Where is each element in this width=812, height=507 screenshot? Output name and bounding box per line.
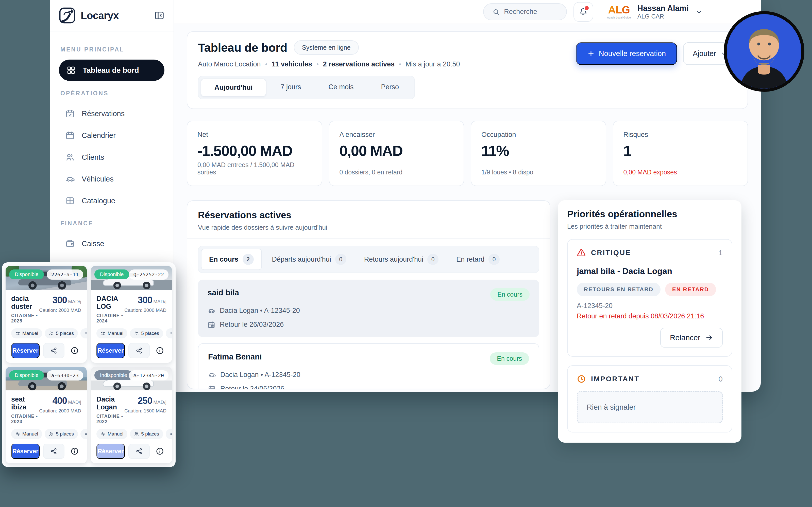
- vehicle-name: DACIA LOG: [96, 295, 124, 311]
- stat-subtext-alert: 0,00 MAD exposes: [623, 169, 738, 176]
- empty-state: Rien à signaler: [577, 391, 723, 424]
- dashboard-content: Tableau de bord Systeme en ligne Auto Ma…: [174, 24, 761, 443]
- reserve-button[interactable]: Réserver: [11, 343, 40, 358]
- new-reservation-button[interactable]: Nouvelle reservation: [576, 42, 677, 65]
- user-name: Hassan Alami: [638, 4, 689, 13]
- availability-badge: Indisponible: [94, 371, 133, 380]
- tab-retours-aujourdhui[interactable]: Retours aujourd'hui 0: [357, 249, 446, 270]
- locaryx-logo-icon: [59, 7, 75, 24]
- sidebar-item-reservations[interactable]: Réservations: [59, 103, 164, 124]
- vehicle-meta: CITADINE • 2024: [96, 313, 124, 324]
- sidebar-item-tableau-de-bord[interactable]: Tableau de bord: [59, 60, 164, 81]
- reservation-item[interactable]: said bila En cours Dacia Logan • A-12345…: [198, 280, 539, 337]
- stat-subtext: 0,00 MAD entrees / 1.500,00 MAD sorties: [197, 161, 312, 176]
- priorities-title: Priorités opérationnelles: [567, 209, 732, 220]
- info-button[interactable]: [153, 346, 166, 355]
- sidebar-item-vehicules[interactable]: Véhicules: [59, 169, 164, 189]
- relancer-button[interactable]: Relancer: [660, 328, 723, 347]
- vehicle-card: Disponible Q-25252-22 DACIA LOG CITADINE…: [91, 266, 172, 363]
- price-per-day: 250: [138, 395, 152, 406]
- section-label-operations: OPÉRATIONS: [60, 90, 163, 97]
- tab-ce-mois[interactable]: Ce mois: [315, 78, 367, 97]
- important-label: IMPORTANT: [591, 375, 713, 383]
- share-button[interactable]: [43, 444, 64, 459]
- tab-departs-aujourdhui[interactable]: Départs aujourd'hui 0: [264, 249, 354, 270]
- sidebar-item-label: Catalogue: [82, 197, 115, 205]
- sidebar-collapse-icon[interactable]: [154, 10, 164, 20]
- vehicle-photo: Disponible Q-25252-22: [91, 266, 172, 290]
- alg-logo-subtext: Agadir Local Guide: [607, 16, 631, 19]
- sidebar-item-clients[interactable]: Clients: [59, 147, 164, 167]
- price-unit: MAD/j: [68, 399, 81, 405]
- caution-amount: Caution: 1500 MAD: [124, 408, 166, 414]
- car-icon: [208, 371, 216, 379]
- search-input[interactable]: Recherche: [483, 3, 567, 20]
- priorities-subtitle: Les priorités à traiter maintenant: [567, 223, 732, 230]
- stat-subtext: 1/9 loues • 8 dispo: [481, 169, 596, 176]
- system-status-badge: Systeme en ligne: [294, 40, 359, 55]
- availability-badge: Disponible: [9, 371, 44, 380]
- chevron-down-icon[interactable]: [695, 8, 703, 16]
- sidebar-item-label: Tableau de bord: [83, 66, 139, 74]
- meta-dot: [317, 63, 318, 65]
- user-menu[interactable]: Hassan Alami ALG CAR: [638, 4, 689, 20]
- price-unit: MAD/j: [68, 299, 81, 304]
- critical-label: CRITIQUE: [591, 249, 713, 257]
- stat-value: 0,00 MAD: [340, 142, 454, 159]
- info-button[interactable]: [153, 447, 166, 456]
- late-return-alert: Retour en retard depuis 08/03/2026 21:16: [577, 312, 723, 320]
- stat-subtext: 0 dossiers, 0 en retard: [340, 169, 454, 176]
- stat-value: -1.500,00 MAD: [197, 142, 312, 159]
- page-header-card: Tableau de bord Systeme en ligne Auto Ma…: [187, 31, 748, 109]
- share-button[interactable]: [43, 343, 64, 358]
- vehicle-name: Dacia Logan: [96, 395, 124, 411]
- reserve-button-disabled[interactable]: Réserver: [96, 444, 125, 459]
- category-chip: RETOURS EN RETARD: [577, 283, 661, 296]
- agency-name: Auto Maroc Location: [198, 60, 261, 68]
- plate-badge: a-6330-23: [47, 371, 83, 381]
- important-box: IMPORTANT 0 Rien à signaler: [567, 365, 732, 433]
- vehicle-ref: Dacia Logan • A-12345-20: [220, 307, 300, 315]
- reservation-item[interactable]: Fatima Benani En cours Dacia Logan • A-1…: [198, 343, 539, 389]
- user-avatar-photo[interactable]: [724, 11, 804, 92]
- vehicle-meta: CITADINE • 2025: [11, 313, 39, 324]
- vehicle-catalogue-overlay: Disponible 2262-a-11 dacia duster CITADI…: [2, 262, 175, 467]
- brand-header: Locaryx: [50, 0, 173, 32]
- share-button[interactable]: [129, 343, 150, 358]
- calendar-icon: [65, 131, 74, 140]
- sidebar-item-calendrier[interactable]: Calendrier: [59, 125, 164, 146]
- alg-logo: ALG Agadir Local Guide: [607, 5, 631, 19]
- car-icon: [208, 307, 215, 315]
- reserve-button[interactable]: Réserver: [11, 444, 40, 459]
- caution-amount: Caution: 2000 MAD: [39, 307, 81, 313]
- seats-chip: 5 places: [45, 429, 78, 439]
- info-button[interactable]: [68, 447, 81, 456]
- reservations-title: Réservations actives: [198, 210, 539, 221]
- sidebar-item-label: Réservations: [82, 110, 124, 118]
- tab-en-cours[interactable]: En cours 2: [201, 249, 262, 270]
- caution-amount: Caution: 2000 MAD: [124, 307, 166, 313]
- tab-7-jours[interactable]: 7 jours: [267, 78, 314, 97]
- sidebar-item-caisse[interactable]: Caisse: [59, 233, 164, 254]
- vehicle-meta: CITADINE • 2023: [11, 414, 39, 425]
- sidebar-item-label: Clients: [82, 153, 104, 162]
- tab-aujourdhui[interactable]: Aujourd'hui: [201, 78, 266, 97]
- users-icon: [65, 153, 74, 162]
- share-button[interactable]: [129, 444, 150, 459]
- stat-card-a-encaisser: A encaisser 0,00 MAD 0 dossiers, 0 en re…: [329, 121, 464, 186]
- tab-perso[interactable]: Perso: [368, 78, 412, 97]
- meta-dot: [265, 63, 267, 65]
- topbar-divider: [600, 5, 600, 19]
- info-button[interactable]: [68, 346, 81, 355]
- stat-card-net: Net -1.500,00 MAD 0,00 MAD entrees / 1.5…: [187, 121, 322, 186]
- vehicle-count: 11 vehicules: [272, 60, 312, 68]
- late-chip: EN RETARD: [665, 283, 716, 296]
- notifications-button[interactable]: [573, 2, 593, 22]
- seats-chip: 5 places: [130, 429, 163, 439]
- tab-en-retard[interactable]: En retard 0: [449, 249, 507, 270]
- reservations-subtitle: Vue rapide des dossiers à suivre aujourd…: [198, 224, 539, 231]
- reserve-button[interactable]: Réserver: [96, 343, 125, 358]
- arrow-right-icon: [705, 334, 713, 341]
- sidebar-item-catalogue[interactable]: Catalogue: [59, 191, 164, 211]
- wallet-icon: [65, 239, 74, 248]
